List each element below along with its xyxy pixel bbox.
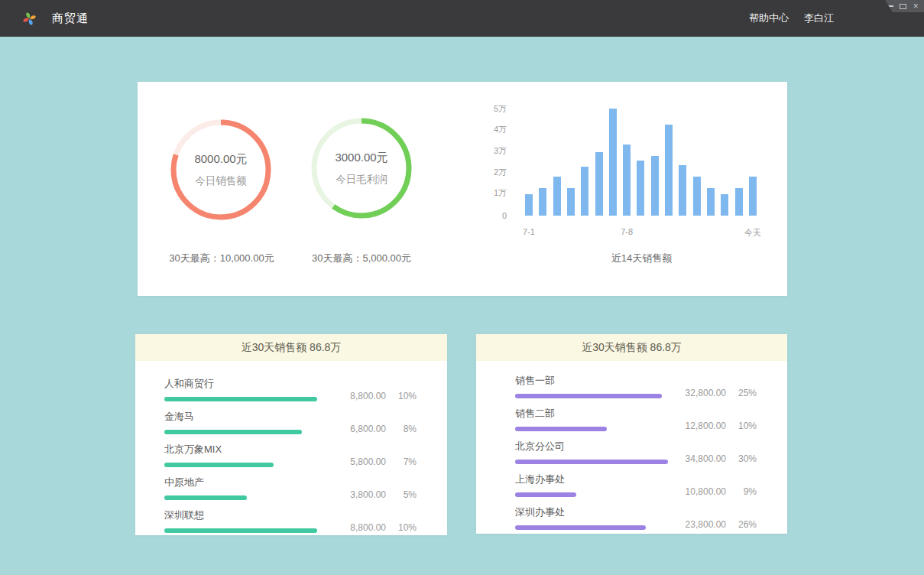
chart-bar bbox=[707, 188, 715, 216]
rank-bar bbox=[515, 427, 607, 431]
rank-amount: 5,800.00 bbox=[317, 456, 386, 467]
y-axis-tick: 1万 bbox=[468, 187, 507, 199]
rank-bar bbox=[164, 430, 302, 434]
maximize-icon[interactable] bbox=[900, 4, 906, 9]
chart-bar bbox=[693, 177, 701, 216]
ring-center: 8000.00元 今日销售额 bbox=[168, 117, 274, 223]
rank-percent: 10% bbox=[386, 522, 417, 533]
rank-amount: 8,800.00 bbox=[317, 522, 386, 533]
bar-chart-xaxis: 7-17-8今天 bbox=[525, 227, 758, 238]
rank-amount: 23,800.00 bbox=[668, 519, 726, 530]
chart-bar bbox=[637, 161, 644, 216]
rank-percent: 10% bbox=[726, 421, 757, 431]
x-axis-label: 7-1 bbox=[510, 227, 548, 236]
ring-center: 3000.00元 今日毛利润 bbox=[309, 115, 414, 221]
today-sales-value: 8000.00元 bbox=[194, 152, 247, 167]
chart-bar bbox=[651, 156, 659, 216]
rank-percent: 10% bbox=[386, 391, 417, 401]
customer-rank-header: 近30天销售额 86.8万 bbox=[135, 334, 447, 361]
rank-bar bbox=[164, 397, 317, 401]
rank-row: 中原地产3,800.005% bbox=[164, 476, 417, 500]
rank-name: 人和商贸行 bbox=[164, 377, 317, 391]
overview-card: 8000.00元 今日销售额 30天最高：10,000.00元 3000.00元… bbox=[138, 82, 787, 296]
rank-amount: 8,800.00 bbox=[317, 391, 386, 401]
bar-chart-plot bbox=[525, 101, 758, 216]
department-rank-list: 销售一部32,800.0025%销售二部12,800.0010%北京分公司34,… bbox=[476, 361, 787, 530]
profit-30d-max-caption: 30天最高：5,000.00元 bbox=[285, 252, 438, 265]
user-account-link[interactable]: 李白江 bbox=[804, 11, 834, 25]
sales-30d-max-caption: 30天最高：10,000.00元 bbox=[145, 252, 298, 265]
rank-values: 8,800.0010% bbox=[317, 377, 417, 401]
rank-bar bbox=[515, 525, 646, 530]
rank-values: 5,800.007% bbox=[317, 443, 417, 467]
app-title: 商贸通 bbox=[52, 11, 89, 26]
rank-row: 深圳办事处23,800.0026% bbox=[515, 505, 757, 530]
today-sales-label: 今日销售额 bbox=[195, 174, 247, 188]
rank-percent: 30% bbox=[726, 453, 757, 464]
chart-bar bbox=[735, 188, 743, 216]
rank-name: 深圳联想 bbox=[164, 508, 317, 522]
today-sales-ring: 8000.00元 今日销售额 bbox=[168, 117, 274, 223]
y-axis-tick: 2万 bbox=[468, 167, 507, 178]
help-center-link[interactable]: 帮助中心 bbox=[749, 11, 789, 25]
rank-name: 中原地产 bbox=[164, 476, 317, 489]
chart-bar bbox=[539, 188, 546, 216]
chart-bar bbox=[623, 145, 631, 216]
rank-percent: 7% bbox=[386, 456, 417, 467]
rank-name: 深圳办事处 bbox=[515, 505, 668, 519]
rank-percent: 8% bbox=[386, 424, 417, 434]
rank-amount: 3,800.00 bbox=[317, 489, 386, 500]
rank-row: 北京万象MIX5,800.007% bbox=[164, 443, 417, 467]
rank-row: 北京分公司34,800.0030% bbox=[515, 440, 757, 464]
minimize-icon[interactable] bbox=[887, 5, 893, 7]
rank-values: 6,800.008% bbox=[317, 410, 417, 434]
rank-name: 北京万象MIX bbox=[164, 443, 317, 456]
rank-amount: 12,800.00 bbox=[668, 421, 726, 431]
rank-values: 8,800.0010% bbox=[317, 508, 417, 533]
chart-bar bbox=[553, 177, 561, 216]
rank-row: 金海马6,800.008% bbox=[164, 410, 417, 434]
bar-chart-title: 近14天销售额 bbox=[525, 252, 758, 265]
today-profit-value: 3000.00元 bbox=[335, 151, 387, 165]
rank-values: 34,800.0030% bbox=[668, 440, 757, 464]
chart-bar bbox=[679, 165, 686, 216]
rank-name: 北京分公司 bbox=[515, 440, 668, 453]
chart-bar bbox=[595, 152, 603, 216]
today-profit-ring: 3000.00元 今日毛利润 bbox=[309, 115, 414, 221]
rank-name: 销售一部 bbox=[515, 374, 668, 388]
y-axis-tick: 3万 bbox=[468, 145, 507, 157]
customer-rank-card: 近30天销售额 86.8万 人和商贸行8,800.0010%金海马6,800.0… bbox=[135, 334, 447, 535]
rank-amount: 10,800.00 bbox=[668, 486, 726, 497]
rank-bar bbox=[164, 463, 274, 467]
rank-percent: 5% bbox=[386, 489, 417, 500]
rank-bar bbox=[515, 394, 662, 398]
rank-amount: 6,800.00 bbox=[317, 424, 386, 434]
chart-bar bbox=[609, 109, 617, 216]
rank-values: 32,800.0025% bbox=[668, 374, 757, 398]
rank-bar bbox=[164, 495, 247, 500]
department-rank-card: 近30天销售额 86.8万 销售一部32,800.0025%销售二部12,800… bbox=[476, 334, 787, 534]
app-window: 商贸通 帮助中心 李白江 ✕ 8000.00元 今日销售额 30天最高：10,0… bbox=[0, 0, 924, 575]
rank-values: 23,800.0026% bbox=[668, 505, 757, 530]
y-axis-tick: 0 bbox=[468, 211, 507, 220]
rank-row: 销售一部32,800.0025% bbox=[515, 374, 757, 398]
rank-amount: 34,800.00 bbox=[668, 453, 726, 464]
rank-name: 销售二部 bbox=[515, 407, 668, 421]
chart-bar bbox=[721, 194, 728, 216]
customer-rank-list: 人和商贸行8,800.0010%金海马6,800.008%北京万象MIX5,80… bbox=[135, 361, 447, 533]
x-axis-label: 7-8 bbox=[608, 227, 646, 236]
rank-values: 12,800.0010% bbox=[668, 407, 757, 431]
rank-percent: 25% bbox=[726, 388, 757, 398]
rank-name: 上海办事处 bbox=[515, 473, 668, 486]
department-rank-header: 近30天销售额 86.8万 bbox=[476, 334, 787, 361]
rank-values: 3,800.005% bbox=[317, 476, 417, 500]
x-axis-label: 今天 bbox=[734, 227, 772, 239]
y-axis-tick: 5万 bbox=[468, 103, 507, 115]
bar-chart-yaxis: 01万2万3万4万5万 bbox=[468, 101, 507, 216]
rank-values: 10,800.009% bbox=[668, 473, 757, 497]
rank-row: 人和商贸行8,800.0010% bbox=[164, 377, 417, 401]
close-icon[interactable]: ✕ bbox=[913, 3, 919, 10]
rank-row: 销售二部12,800.0010% bbox=[515, 407, 757, 431]
window-controls: ✕ bbox=[877, 0, 924, 12]
rank-percent: 9% bbox=[726, 486, 757, 497]
